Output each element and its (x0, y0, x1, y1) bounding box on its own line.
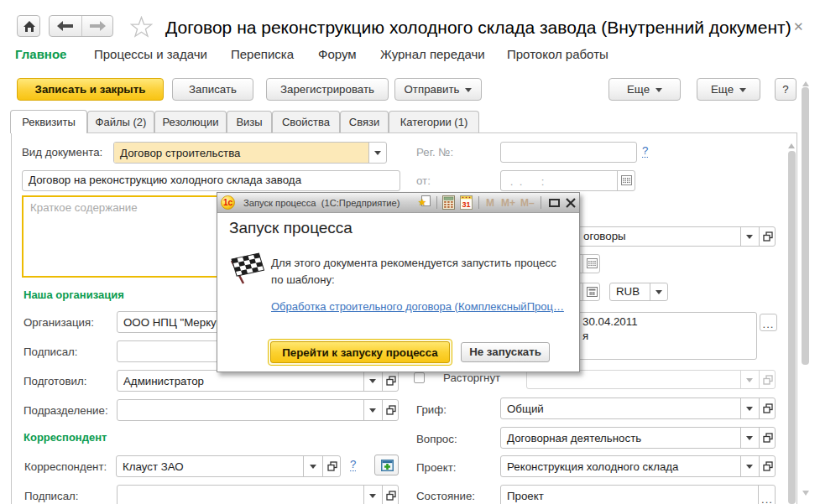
svg-text:1с: 1с (223, 198, 233, 207)
svg-text:31: 31 (462, 200, 470, 209)
